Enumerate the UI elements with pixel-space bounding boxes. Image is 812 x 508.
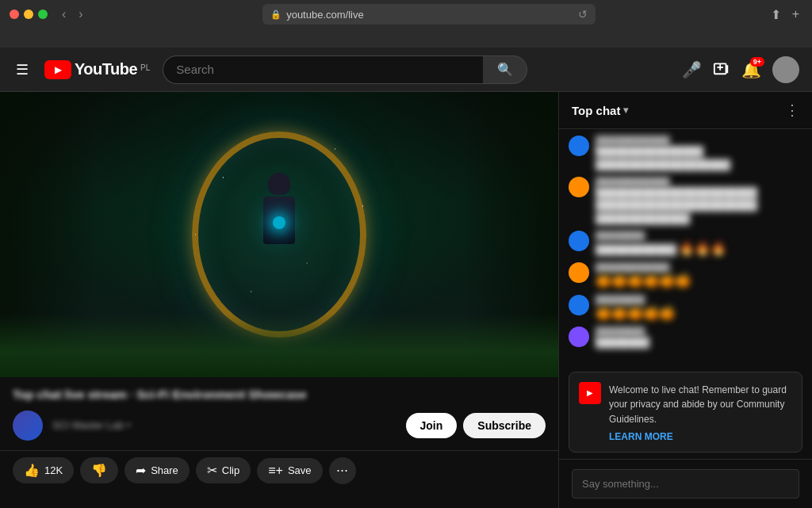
save-button[interactable]: ≡+ Save: [257, 458, 322, 483]
traffic-lights: [10, 10, 48, 19]
save-icon: ≡+: [268, 464, 283, 478]
list-item: ████████████ ████████████████████████ ██…: [569, 177, 802, 226]
channel-row: SCI Master Lab • Join Subscribe: [13, 411, 546, 441]
message-username: ████████████: [596, 136, 802, 145]
avatar: [569, 295, 589, 315]
list-item: ████████ 🍊🍊🍊🍊🍊: [569, 295, 802, 322]
video-info: Top chat live stream · Sci-Fi Environmen…: [0, 377, 558, 450]
video-title: Top chat live stream · Sci-Fi Environmen…: [13, 387, 546, 403]
list-item: ████████████ 🍊🍊🍊🍊🍊🍊: [569, 262, 802, 289]
chat-messages: ████████████ ████████████████ ██████████…: [559, 129, 812, 365]
share-label: Share: [151, 464, 178, 476]
forward-button[interactable]: ›: [74, 6, 87, 23]
create-button[interactable]: [713, 59, 730, 80]
channel-buttons: Join Subscribe: [406, 413, 546, 438]
channel-avatar[interactable]: [13, 411, 43, 441]
chat-panel: Top chat ▾ ⋮ ████████████ ██████████████…: [558, 92, 812, 508]
avatar[interactable]: [772, 56, 799, 83]
address-bar[interactable]: 🔒 youtube.com/live ↺: [262, 4, 596, 25]
menu-button[interactable]: ☰: [13, 58, 32, 82]
reload-icon[interactable]: ↺: [578, 8, 588, 21]
share-button[interactable]: ⬆: [771, 7, 781, 22]
notice-content: Welcome to live chat! Remember to guard …: [609, 382, 792, 442]
chevron-down-icon: ▾: [623, 105, 628, 116]
clip-button[interactable]: ✂ Clip: [196, 457, 251, 483]
message-text: ████████: [596, 336, 802, 349]
close-traffic-light[interactable]: [10, 10, 19, 19]
url-text: youtube.com/live: [286, 9, 364, 21]
channel-info: SCI Master Lab •: [52, 419, 130, 431]
avatar: [569, 136, 589, 156]
lock-icon: 🔒: [270, 10, 282, 20]
nav-buttons: ‹ ›: [57, 6, 88, 23]
like-button[interactable]: 👍 12K: [13, 457, 74, 483]
chat-more-button[interactable]: ⋮: [785, 101, 799, 119]
action-bar: 👍 12K 👎 ➦ Share ✂ Clip ≡+ Save ···: [0, 450, 558, 491]
emoji-content: 🍊🍊🍊🍊🍊🍊: [596, 273, 691, 287]
message-username: ████████: [596, 231, 802, 240]
avatar: [569, 262, 589, 283]
message-username: ████████████: [596, 262, 802, 272]
message-text: ████████████ 🔥🔥🔥: [596, 240, 802, 258]
join-button[interactable]: Join: [406, 413, 458, 438]
learn-more-link[interactable]: LEARN MORE: [609, 431, 792, 442]
fullscreen-traffic-light[interactable]: [38, 10, 48, 19]
header-right: 🎤 🔔 9+: [682, 56, 799, 83]
notifications-button[interactable]: 🔔 9+: [741, 60, 761, 79]
list-item: ████████ ████████: [569, 327, 802, 349]
youtube-region-label: PL: [140, 63, 150, 72]
youtube-header: ☰ YouTube PL 🔍 🎤 🔔 9+: [0, 48, 812, 92]
dislike-button[interactable]: 👎: [80, 457, 118, 483]
message-text: ████████████████ ████████████████████: [596, 145, 802, 172]
chat-header: Top chat ▾ ⋮: [559, 92, 812, 129]
emoji-content: 🍊🍊🍊🍊🍊: [596, 306, 675, 319]
youtube-notice-icon: [579, 382, 601, 404]
dislike-icon: 👎: [91, 463, 107, 478]
like-count: 12K: [44, 464, 63, 476]
clip-label: Clip: [222, 464, 239, 476]
save-label: Save: [288, 464, 312, 476]
youtube-logo[interactable]: YouTube PL: [44, 60, 150, 79]
avatar: [569, 327, 589, 347]
minimize-traffic-light[interactable]: [24, 10, 33, 19]
message-username: ████████: [596, 295, 802, 304]
search-bar: 🔍: [163, 55, 527, 84]
youtube-logo-icon: [44, 60, 71, 79]
main-content: Top chat live stream · Sci-Fi Environmen…: [0, 92, 812, 508]
emoji-content: 🔥🔥🔥: [679, 242, 726, 255]
chat-input-area: [559, 459, 812, 508]
chat-input[interactable]: [572, 469, 799, 498]
chat-notice: Welcome to live chat! Remember to guard …: [569, 372, 802, 453]
avatar: [569, 231, 589, 251]
video-thumbnail: [0, 92, 558, 377]
search-button[interactable]: 🔍: [483, 55, 527, 84]
message-text: 🍊🍊🍊🍊🍊🍊: [596, 272, 802, 289]
channel-name: SCI Master Lab •: [52, 419, 130, 431]
top-chat-label[interactable]: Top chat ▾: [572, 104, 628, 117]
message-text: 🍊🍊🍊🍊🍊: [596, 304, 802, 322]
video-player[interactable]: [0, 92, 558, 377]
like-icon: 👍: [24, 463, 40, 478]
share-icon: ➦: [136, 463, 146, 478]
message-username: ████████████: [596, 177, 802, 186]
browser-chrome: ‹ › 🔒 youtube.com/live ↺ ⬆ +: [0, 0, 812, 48]
top-chat-text: Top chat: [572, 104, 620, 117]
message-text: ████████████████████████ ███████████████…: [596, 186, 802, 226]
list-item: ████████ ████████████ 🔥🔥🔥: [569, 231, 802, 258]
list-item: ████████████ ████████████████ ██████████…: [569, 136, 802, 172]
video-area: Top chat live stream · Sci-Fi Environmen…: [0, 92, 558, 508]
search-input[interactable]: [163, 55, 483, 84]
new-tab-button[interactable]: +: [792, 7, 799, 21]
youtube-logo-text: YouTube: [75, 60, 137, 78]
notice-text: Welcome to live chat! Remember to guard …: [609, 384, 787, 426]
subscribe-button[interactable]: Subscribe: [463, 413, 546, 438]
back-button[interactable]: ‹: [57, 6, 71, 23]
clip-icon: ✂: [207, 463, 217, 478]
browser-actions: ⬆ +: [771, 7, 799, 22]
more-button[interactable]: ···: [329, 457, 356, 484]
notification-badge: 9+: [750, 57, 764, 67]
share-button[interactable]: ➦ Share: [124, 457, 190, 483]
mic-button[interactable]: 🎤: [682, 60, 702, 79]
message-username: ████████: [596, 327, 802, 336]
avatar: [569, 177, 589, 197]
